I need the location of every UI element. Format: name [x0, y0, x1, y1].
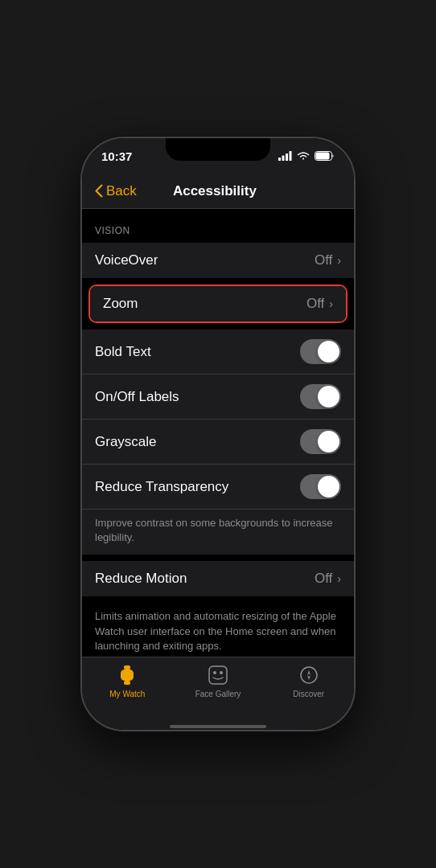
status-icons: [278, 151, 335, 161]
list-item-onoff-labels[interactable]: On/Off Labels: [82, 375, 354, 420]
phone-screen: 10:37: [82, 138, 354, 730]
svg-rect-12: [209, 666, 227, 684]
zoom-label: Zoom: [103, 296, 306, 312]
reduce-transparency-toggle[interactable]: [300, 474, 341, 499]
back-label: Back: [106, 183, 137, 199]
list-item-reduce-motion[interactable]: Reduce Motion Off ›: [82, 561, 354, 596]
reduce-motion-hint: Limits animation and automatic resizing …: [82, 603, 354, 657]
svg-rect-1: [282, 156, 285, 162]
bold-text-label: Bold Text: [95, 344, 300, 360]
face-gallery-icon: [207, 664, 229, 686]
svg-rect-0: [278, 158, 281, 161]
list-item-grayscale[interactable]: Grayscale: [82, 420, 354, 465]
tab-discover[interactable]: Discover: [277, 664, 341, 698]
svg-point-13: [213, 671, 216, 674]
grayscale-label: Grayscale: [95, 434, 300, 450]
voiceover-group: VoiceOver Off ›: [82, 243, 354, 278]
svg-point-14: [220, 671, 223, 674]
back-button[interactable]: Back: [95, 183, 137, 199]
svg-rect-3: [290, 151, 292, 161]
tab-my-watch-label: My Watch: [109, 690, 145, 698]
list-item-zoom[interactable]: Zoom Off ›: [90, 286, 346, 321]
power-button: [354, 275, 356, 326]
scroll-content[interactable]: VISION VoiceOver Off › Zoom Off ›: [82, 209, 354, 657]
voiceover-chevron: ›: [337, 254, 341, 267]
notch: [166, 138, 270, 161]
onoff-labels-toggle[interactable]: [300, 384, 341, 409]
signal-icon: [278, 151, 292, 161]
list-item-voiceover[interactable]: VoiceOver Off ›: [82, 243, 354, 278]
chevron-left-icon: [95, 184, 103, 198]
reduce-transparency-label: Reduce Transparency: [95, 479, 300, 495]
reduce-motion-label: Reduce Motion: [95, 571, 315, 587]
bold-text-toggle[interactable]: [300, 339, 341, 364]
voiceover-label: VoiceOver: [95, 252, 315, 268]
svg-rect-7: [124, 665, 130, 669]
svg-marker-17: [307, 675, 311, 680]
reduce-motion-value: Off: [315, 571, 332, 587]
zoom-highlight-border: Zoom Off ›: [88, 285, 348, 323]
svg-rect-5: [316, 153, 330, 160]
reduce-transparency-hint: Improve contrast on some backgrounds to …: [82, 510, 354, 555]
onoff-labels-label: On/Off Labels: [95, 389, 300, 405]
phone-frame: 10:37: [80, 137, 356, 731]
page-title: Accessibility: [137, 183, 293, 199]
nav-bar: Back Accessibility: [82, 174, 354, 209]
toggles-group: Bold Text On/Off Labels Grayscale Reduce…: [82, 330, 354, 555]
watch-icon: [116, 664, 138, 686]
svg-rect-2: [286, 154, 288, 161]
list-item-bold-text[interactable]: Bold Text: [82, 330, 354, 375]
battery-icon: [315, 151, 335, 161]
tab-my-watch[interactable]: My Watch: [95, 664, 159, 698]
wifi-icon: [297, 151, 310, 161]
reduce-motion-group: Reduce Motion Off ›: [82, 561, 354, 596]
vision-section-header: VISION: [82, 209, 354, 243]
tab-discover-label: Discover: [293, 690, 324, 698]
tab-face-gallery-label: Face Gallery: [195, 690, 241, 698]
discover-icon: [298, 664, 320, 686]
reduce-motion-chevron: ›: [337, 572, 341, 585]
list-item-reduce-transparency[interactable]: Reduce Transparency: [82, 465, 354, 510]
zoom-chevron: ›: [329, 297, 333, 310]
home-bar: [170, 725, 266, 728]
tab-bar: My Watch Face Gallery: [82, 657, 354, 723]
voiceover-value: Off: [315, 252, 332, 268]
zoom-value: Off: [306, 296, 324, 312]
svg-rect-8: [124, 681, 130, 685]
status-time: 10:37: [101, 149, 132, 163]
home-indicator: [82, 723, 354, 730]
tab-face-gallery[interactable]: Face Gallery: [186, 664, 250, 698]
grayscale-toggle[interactable]: [300, 429, 341, 454]
svg-marker-16: [307, 670, 311, 675]
svg-point-15: [301, 667, 317, 683]
